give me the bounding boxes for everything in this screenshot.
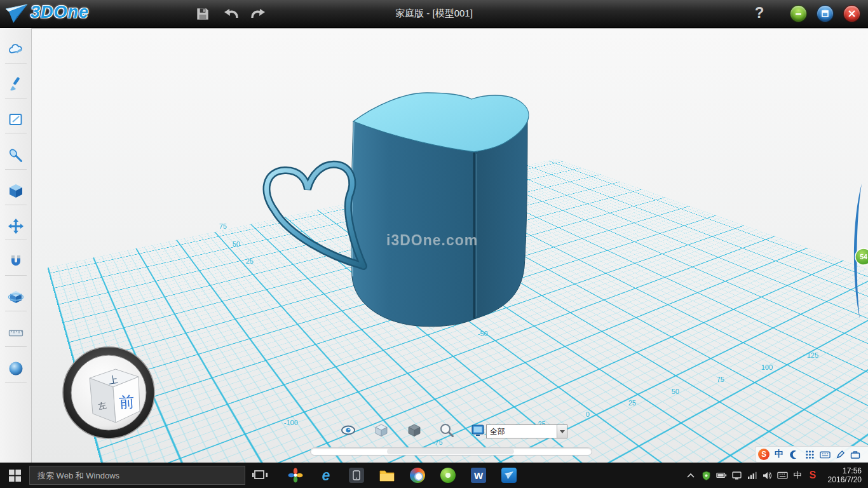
filter-dropdown[interactable]: 全部 xyxy=(486,424,567,438)
language-indicator[interactable]: 中 xyxy=(792,470,803,481)
taskbar: e W xyxy=(0,463,868,488)
view-cube-top-label: 上 xyxy=(108,374,119,386)
heart-mug-model[interactable] xyxy=(254,86,546,341)
chevron-down-icon xyxy=(560,430,565,433)
grid-axis-label: 25 xyxy=(628,399,636,407)
zoom-search-icon[interactable] xyxy=(439,423,454,438)
taskbar-search-input[interactable] xyxy=(29,466,245,485)
close-button[interactable] xyxy=(843,5,860,22)
wrap-cube-icon[interactable] xyxy=(8,289,24,306)
green-orb-icon xyxy=(440,468,456,483)
display-mode-icon[interactable] xyxy=(470,423,485,438)
mug-body[interactable] xyxy=(351,121,474,327)
3done-plane-icon xyxy=(501,468,517,483)
sketch-brush-icon[interactable] xyxy=(8,76,24,93)
maximize-button[interactable] xyxy=(817,5,834,22)
folder-icon xyxy=(379,469,395,482)
maximize-icon xyxy=(821,10,829,18)
grid-axis-label: 75 xyxy=(717,376,724,383)
clock-time: 17:56 xyxy=(828,466,862,475)
wireframe-cube-icon[interactable] xyxy=(407,423,422,438)
edge-browser-app[interactable]: e xyxy=(318,467,334,484)
grid-axis-label: 50 xyxy=(672,388,679,395)
grid-axis-label: 25 xyxy=(246,257,254,265)
shaded-cube-icon[interactable] xyxy=(374,423,389,438)
close-icon xyxy=(848,10,856,18)
left-toolbar xyxy=(0,28,32,463)
titlebar: 3DOne 家庭版 - [模型001] ? xyxy=(0,0,868,28)
measure-ruler-icon[interactable] xyxy=(8,325,24,341)
render-sphere-icon[interactable] xyxy=(8,360,24,377)
grid-axis-label: 125 xyxy=(807,351,818,359)
sketch-plane-icon[interactable] xyxy=(8,111,24,128)
green-security-app[interactable] xyxy=(440,467,456,484)
document-title: 家庭版 - [模型001] xyxy=(395,8,473,20)
rotation-badge-value: 54 xyxy=(860,253,867,261)
toolbox-icon[interactable] xyxy=(850,449,861,460)
scrollbar-thumb[interactable] xyxy=(387,449,514,454)
grid-axis-label: -75 xyxy=(433,438,443,446)
grid-axis-label: 100 xyxy=(761,363,773,371)
filter-dropdown-arrow-button[interactable] xyxy=(557,425,567,438)
handwriting-pen-icon[interactable] xyxy=(834,449,846,460)
windows-logo-icon xyxy=(9,470,21,482)
trim-spoon-icon[interactable] xyxy=(8,147,24,164)
security-shield-icon[interactable] xyxy=(701,470,712,481)
volume-speaker-icon[interactable] xyxy=(762,470,773,481)
clock-date: 2016/7/20 xyxy=(828,475,862,484)
soft-keyboard-icon[interactable] xyxy=(819,449,831,460)
browser-wheel-icon xyxy=(410,468,425,483)
app-logo-icon xyxy=(5,4,28,24)
view-cube-navigator[interactable]: 上 左 前 xyxy=(61,345,156,440)
ime-toolbar: S 中 xyxy=(755,446,868,463)
filter-dropdown-value: 全部 xyxy=(487,426,557,437)
mug-body-lobe[interactable] xyxy=(474,121,527,319)
network-signal-icon[interactable] xyxy=(747,470,757,481)
task-view-button[interactable] xyxy=(252,467,268,484)
browser-colorful-app[interactable] xyxy=(409,467,426,484)
undo-icon[interactable] xyxy=(224,6,240,22)
view-cube-front-label: 前 xyxy=(118,393,135,411)
taskbar-apps: e W xyxy=(287,467,517,484)
help-button[interactable]: ? xyxy=(751,4,768,23)
3done-app[interactable] xyxy=(501,467,517,484)
sogou-logo-icon[interactable]: S xyxy=(758,449,770,460)
grid-axis-label: 75 xyxy=(219,222,227,230)
grid-axis-label: -100 xyxy=(284,419,298,426)
save-icon[interactable] xyxy=(194,6,211,22)
device-app[interactable] xyxy=(348,467,365,484)
solid-cube-icon[interactable] xyxy=(8,183,24,200)
ime-cn-mode-button[interactable]: 中 xyxy=(773,449,785,460)
rotate-handle[interactable]: 54 xyxy=(849,183,868,320)
magnet-icon[interactable] xyxy=(8,254,24,270)
move-arrows-icon[interactable] xyxy=(8,218,24,234)
grid-axis-label: 50 xyxy=(233,240,240,248)
visibility-eye-icon[interactable] xyxy=(341,423,356,438)
device-icon xyxy=(349,468,364,483)
media-pinwheel-app[interactable] xyxy=(287,467,304,484)
minimize-icon xyxy=(794,10,803,18)
watermark: i3DOne.com xyxy=(386,232,478,249)
symbol-grid-icon[interactable] xyxy=(804,449,815,460)
system-tray: 中 S 17:56 2016/7/20 xyxy=(686,466,868,484)
taskbar-clock[interactable]: 17:56 2016/7/20 xyxy=(823,466,865,484)
word-app[interactable]: W xyxy=(470,467,487,484)
horizontal-scrollbar[interactable] xyxy=(310,447,592,456)
display-monitor-icon[interactable] xyxy=(731,470,742,481)
hidden-icons-caret[interactable] xyxy=(686,470,696,481)
half-moon-icon[interactable] xyxy=(789,449,800,460)
app-logo-text: 3DOne xyxy=(31,3,89,22)
start-button[interactable] xyxy=(0,463,29,488)
edge-icon: e xyxy=(322,467,330,484)
smart-draw-cloud-icon[interactable] xyxy=(8,41,24,58)
viewport[interactable]: 755025-50-100-75-50-250255075100125 xyxy=(32,28,868,463)
minimize-button[interactable] xyxy=(790,5,807,22)
pinwheel-icon xyxy=(288,468,303,483)
touch-keyboard-icon[interactable] xyxy=(777,470,788,481)
sogou-tray-icon[interactable]: S xyxy=(808,470,818,481)
grid-axis-label: 0 xyxy=(586,410,590,418)
battery-icon[interactable] xyxy=(716,470,727,481)
file-explorer-app[interactable] xyxy=(379,467,395,484)
word-icon: W xyxy=(471,468,486,483)
redo-icon[interactable] xyxy=(249,6,266,22)
